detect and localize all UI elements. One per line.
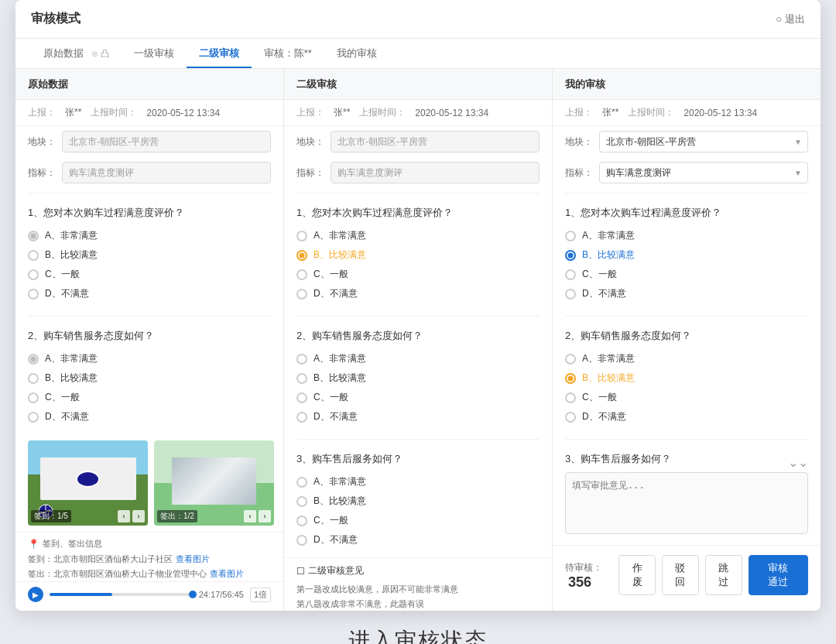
location-input-second	[331, 131, 540, 152]
q2-opt-a-original: A、非常满意	[28, 349, 271, 368]
radio-q2-d-original	[28, 412, 39, 423]
q3-my: 3、购车售后服务如何？ ⌄⌄	[553, 444, 821, 545]
img2-next[interactable]: ›	[259, 510, 271, 522]
exit-button[interactable]: ○ 退出	[776, 12, 805, 26]
radio-q2-b-my	[565, 373, 576, 384]
audio-bar: ▶ 24:17/56:45 1倍	[15, 581, 283, 607]
panel-second-review: 二级审核 上报： 张** 上报时间： 2020-05-12 13:34 地块： …	[284, 69, 553, 611]
q3-opt-c-second: C、一般	[296, 511, 540, 530]
discard-button[interactable]: 作废	[618, 555, 656, 595]
location-select[interactable]: 北京市-朝阳区-平房营	[599, 131, 808, 152]
action-buttons: 作废 驳回 跳过 审核通过	[618, 555, 808, 595]
radio-q1-c-second	[296, 269, 307, 280]
q1-opt-b-second: B、比较满意	[296, 245, 540, 265]
score-section: 待审核： 356	[565, 560, 618, 591]
exit-icon: ○	[776, 13, 782, 25]
panel-original-location: 地块：	[15, 126, 283, 157]
panel-my-header: 我的审核	[553, 69, 821, 100]
radio-q1-d-original	[28, 289, 39, 300]
q3-opt-d-second: D、不满意	[296, 530, 540, 550]
skip-button[interactable]: 跳过	[705, 555, 742, 595]
q2-opt-a-my: A、非常满意	[565, 349, 808, 368]
q3-opt-a-second: A、非常满意	[296, 472, 540, 492]
img1-label: 签到：1/5	[31, 510, 71, 522]
expand-icon[interactable]: ⌄⌄	[788, 455, 808, 470]
q1-opt-a-my: A、非常满意	[565, 226, 808, 245]
q2-opt-c-second: C、一般	[296, 388, 540, 407]
note-item-2: 第八题改成非常不满意，此题有误	[296, 597, 540, 611]
panel-second-header: 二级审核	[284, 69, 552, 100]
radio-q2-c-original	[28, 392, 39, 403]
q2-original: 2、购车销售服务态度如何？ A、非常满意 B、比较满意 C、一般	[15, 321, 283, 434]
q2-opt-b-my: B、比较满意	[565, 368, 808, 388]
radio-q1-c-original	[28, 269, 39, 280]
radio-q2-c-second	[296, 392, 307, 403]
panel-second-indicator: 指标：	[284, 157, 552, 188]
q2-opt-d-second: D、不满意	[296, 407, 540, 426]
q1-my: 1、您对本次购车过程满意度评价？ A、非常满意 B、比较满意 C、一般	[553, 198, 821, 311]
q2-my: 2、购车销售服务态度如何？ A、非常满意 B、比较满意 C、一般	[553, 321, 821, 434]
tab-bar: 原始数据 ⊙ 凸 一级审核 二级审核 审核：陈** 我的审核	[15, 39, 821, 69]
location-input-original	[62, 131, 271, 152]
image-slot-1: 签到：1/5 ‹ ›	[28, 440, 148, 526]
indicator-select[interactable]: 购车满意度测评	[599, 162, 808, 183]
image-slot-2: 签出：1/2 ‹ ›	[154, 440, 274, 526]
radio-q2-a-original	[28, 354, 39, 365]
q2-opt-a-second: A、非常满意	[296, 349, 540, 368]
q2-opt-b-second: B、比较满意	[296, 368, 540, 388]
img2-label: 签出：1/2	[157, 510, 197, 522]
radio-q1-a-original	[28, 231, 39, 242]
progress-dot	[189, 591, 197, 598]
q3-second: 3、购车售后服务如何？ A、非常满意 B、比较满意 C、一般	[284, 444, 552, 557]
indicator-input-original	[62, 162, 271, 183]
reject-button[interactable]: 驳回	[662, 555, 699, 595]
modal-title: 审核模式	[31, 11, 81, 27]
panel-original-indicator: 指标：	[15, 157, 283, 188]
indicator-input-second	[331, 162, 540, 183]
panel-my-review: 我的审核 上报： 张** 上报时间： 2020-05-12 13:34 地块： …	[553, 69, 821, 611]
sign-out-link[interactable]: 查看图片	[210, 568, 244, 580]
progress-fill	[50, 593, 112, 596]
panel-original-header: 原始数据	[15, 69, 283, 100]
audio-progress[interactable]	[50, 593, 193, 596]
sign-in-link[interactable]: 查看图片	[176, 553, 210, 565]
q2-opt-c-original: C、一般	[28, 388, 271, 407]
bottom-label: 进入审核状态	[348, 626, 488, 644]
img1-prev[interactable]: ‹	[118, 510, 130, 522]
sign-info-section: 📍 签到、签出信息 签到：北京市朝阳区酒仙桥大山子社区 查看图片 签出：北京市朝…	[15, 532, 283, 581]
q1-second: 1、您对本次购车过程满意度评价？ A、非常满意 B、比较满意 C、一般	[284, 198, 552, 311]
radio-q3-c-second	[296, 516, 307, 526]
action-bar: 待审核： 356 作废 驳回 跳过 审核通过	[553, 545, 821, 605]
q1-opt-d-original: D、不满意	[28, 284, 271, 303]
radio-q1-d-second	[296, 289, 307, 300]
q1-original: 1、您对本次购车过程满意度评价？ A、非常满意 B、比较满意 C、一般	[15, 198, 283, 311]
review-notes: ☐ 二级审核意见 第一题改成比较满意，原因不可能非常满意 第八题改成非常不满意，…	[284, 557, 552, 611]
location-icon: 📍	[28, 539, 39, 550]
tab-second-review[interactable]: 二级审核	[187, 39, 252, 68]
tab-original[interactable]: 原始数据 ⊙ 凸	[31, 39, 122, 68]
radio-q1-c-my	[565, 269, 576, 280]
radio-q2-b-second	[296, 373, 307, 384]
tab-review-status[interactable]: 审核：陈**	[252, 39, 324, 68]
q1-opt-c-original: C、一般	[28, 265, 271, 284]
radio-q1-a-my	[565, 231, 576, 242]
review-textarea[interactable]	[565, 472, 808, 534]
q1-opt-c-second: C、一般	[296, 265, 540, 284]
play-button[interactable]: ▶	[28, 587, 43, 602]
radio-q1-b-second	[296, 250, 307, 261]
tab-first-review[interactable]: 一级审核	[122, 39, 187, 68]
tab-my-review[interactable]: 我的审核	[324, 39, 389, 68]
panel-my-location: 地块： 北京市-朝阳区-平房营	[553, 126, 821, 157]
q2-opt-c-my: C、一般	[565, 388, 808, 407]
q2-opt-d-original: D、不满意	[28, 407, 271, 426]
img2-prev[interactable]: ‹	[244, 510, 256, 522]
img1-next[interactable]: ›	[132, 510, 145, 522]
approve-button[interactable]: 审核通过	[749, 555, 809, 595]
q1-opt-b-my: B、比较满意	[565, 245, 808, 265]
radio-q2-b-original	[28, 373, 39, 384]
radio-q1-a-second	[296, 231, 307, 242]
audio-time: 24:17/56:45	[199, 590, 244, 599]
panel-original-meta: 上报： 张** 上报时间： 2020-05-12 13:34	[15, 100, 283, 126]
radio-q3-b-second	[296, 496, 307, 507]
speed-button[interactable]: 1倍	[250, 587, 271, 602]
